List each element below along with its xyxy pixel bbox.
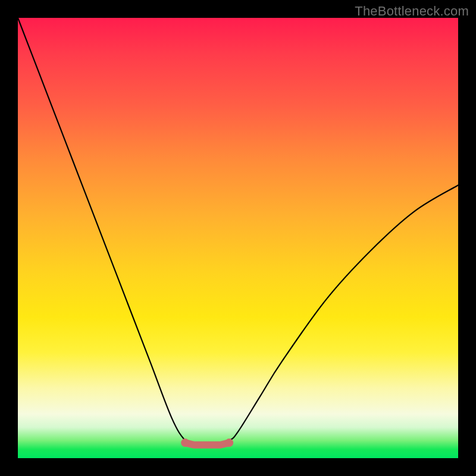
- optimal-flat-segment: [185, 443, 229, 445]
- chart-frame: TheBottleneck.com: [0, 0, 476, 476]
- bottleneck-curve: [18, 18, 458, 445]
- plot-area: [18, 18, 458, 458]
- watermark-text: TheBottleneck.com: [355, 4, 469, 19]
- flat-start-dot: [181, 439, 189, 447]
- flat-end-dot: [225, 439, 233, 447]
- curve-svg: [18, 18, 458, 458]
